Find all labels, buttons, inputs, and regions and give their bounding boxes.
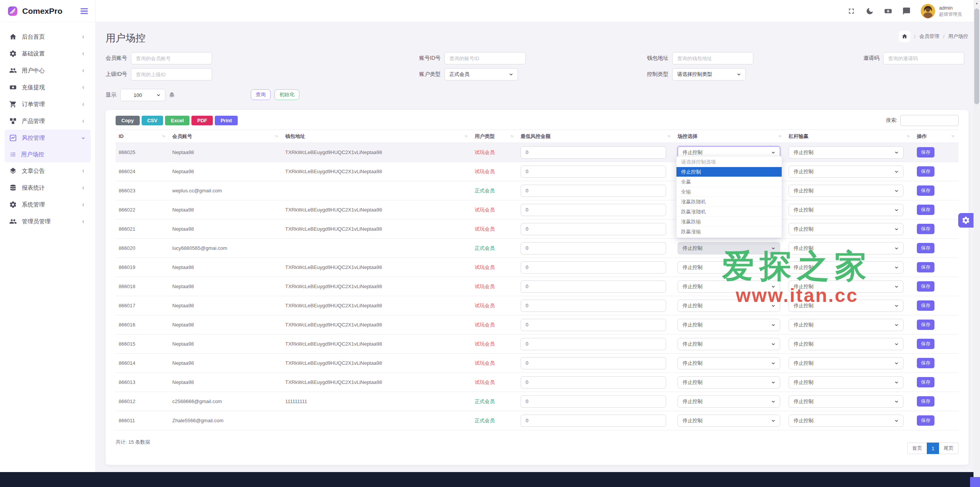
scrollbar-up-arrow[interactable]: ▲ bbox=[973, 0, 980, 7]
settings-fab[interactable] bbox=[958, 213, 973, 228]
dropdown-option[interactable]: 涨赢跌随机 bbox=[676, 197, 782, 207]
min-risk-input[interactable] bbox=[521, 242, 666, 254]
breadcrumb-item[interactable]: 会员管理 bbox=[919, 33, 939, 40]
min-risk-input[interactable] bbox=[521, 223, 666, 235]
field-control-select[interactable]: 停止控制 bbox=[678, 261, 780, 274]
lever-control-select[interactable]: 停止控制 bbox=[789, 223, 903, 235]
export-excel-button[interactable]: Excel bbox=[165, 116, 189, 125]
field-control-select[interactable]: 停止控制 bbox=[678, 319, 780, 331]
lever-control-select[interactable]: 停止控制 bbox=[789, 376, 903, 389]
dropdown-option[interactable]: 全输 bbox=[676, 187, 782, 197]
sidebar-subitem[interactable]: 用户场控 bbox=[5, 146, 91, 162]
sidebar-item-10[interactable]: 管理员管理 bbox=[5, 213, 91, 230]
search-input[interactable] bbox=[900, 115, 959, 126]
column-header[interactable]: 场控选择 bbox=[675, 130, 786, 143]
min-risk-input[interactable] bbox=[521, 357, 666, 369]
dropdown-option[interactable]: 跌赢涨随机 bbox=[676, 207, 782, 217]
save-button[interactable]: 保存 bbox=[917, 339, 934, 349]
save-button[interactable]: 保存 bbox=[917, 243, 934, 253]
sidebar-item-5[interactable]: 产品管理 bbox=[5, 113, 91, 130]
sidebar-item-0[interactable]: 后台首页 bbox=[5, 28, 91, 45]
field-control-select[interactable]: 停止控制 bbox=[678, 338, 780, 350]
sidebar-item-3[interactable]: 充值提现 bbox=[5, 79, 91, 96]
min-risk-input[interactable] bbox=[521, 415, 666, 427]
avatar[interactable] bbox=[921, 4, 935, 18]
min-risk-input[interactable] bbox=[521, 319, 666, 331]
sidebar-item-1[interactable]: 基础设置 bbox=[5, 45, 91, 62]
field-control-select[interactable]: 停止控制 bbox=[678, 242, 780, 254]
lever-control-select[interactable]: 停止控制 bbox=[789, 300, 903, 312]
sidebar-item-8[interactable]: 报表统计 bbox=[5, 179, 91, 196]
save-button[interactable]: 保存 bbox=[917, 147, 934, 157]
column-header[interactable]: 最低风控金额 bbox=[518, 130, 675, 143]
field-control-select[interactable]: 停止控制 bbox=[678, 357, 780, 369]
field-control-select[interactable]: 停止控制 bbox=[678, 415, 780, 427]
control-type-select[interactable]: 请选择控制类型 bbox=[672, 68, 746, 80]
lever-control-select[interactable]: 停止控制 bbox=[789, 415, 903, 427]
sidebar-item-2[interactable]: 用户中心 bbox=[5, 62, 91, 79]
save-button[interactable]: 保存 bbox=[917, 262, 934, 272]
pagination-current[interactable]: 1 bbox=[927, 443, 939, 454]
fullscreen-icon[interactable] bbox=[847, 7, 856, 15]
pagination-first[interactable]: 首页 bbox=[907, 443, 927, 454]
field-control-select[interactable]: 停止控制 bbox=[678, 280, 780, 293]
field-control-select[interactable]: 停止控制 bbox=[678, 395, 780, 408]
min-risk-input[interactable] bbox=[521, 146, 666, 159]
lever-control-select[interactable]: 停止控制 bbox=[789, 395, 903, 408]
breadcrumb-home-button[interactable] bbox=[899, 31, 910, 42]
lever-control-select[interactable]: 停止控制 bbox=[789, 185, 903, 197]
save-button[interactable]: 保存 bbox=[917, 320, 934, 330]
min-risk-input[interactable] bbox=[521, 166, 666, 178]
export-copy-button[interactable]: Copy bbox=[116, 116, 140, 125]
min-risk-input[interactable] bbox=[521, 261, 666, 274]
dropdown-option[interactable]: 请选择控制选项 bbox=[676, 157, 782, 167]
banknote-icon[interactable] bbox=[884, 7, 892, 15]
breadcrumb-item[interactable]: 用户场控 bbox=[948, 33, 968, 40]
save-button[interactable]: 保存 bbox=[917, 185, 934, 196]
min-risk-input[interactable] bbox=[521, 185, 666, 197]
dropdown-option[interactable]: 停止控制 bbox=[676, 167, 782, 177]
save-button[interactable]: 保存 bbox=[917, 224, 934, 234]
export-csv-button[interactable]: CSV bbox=[142, 116, 163, 125]
moon-icon[interactable] bbox=[866, 7, 874, 15]
account-type-select[interactable]: 正式会员 bbox=[444, 68, 518, 80]
column-header[interactable]: ID bbox=[116, 130, 169, 143]
reset-button[interactable]: 初始化 bbox=[274, 89, 299, 100]
min-risk-input[interactable] bbox=[521, 376, 666, 389]
lever-control-select[interactable]: 停止控制 bbox=[789, 357, 903, 369]
column-header[interactable]: 操作 bbox=[914, 130, 959, 143]
sidebar-item-9[interactable]: 系统管理 bbox=[5, 196, 91, 213]
lever-control-select[interactable]: 停止控制 bbox=[789, 261, 903, 274]
export-print-button[interactable]: Print bbox=[215, 116, 238, 125]
query-button[interactable]: 查询 bbox=[251, 89, 271, 100]
field-control-select[interactable]: 停止控制 bbox=[678, 376, 780, 389]
save-button[interactable]: 保存 bbox=[917, 377, 934, 387]
account-id-input[interactable] bbox=[444, 52, 526, 64]
save-button[interactable]: 保存 bbox=[917, 281, 934, 292]
wallet-input[interactable] bbox=[672, 52, 753, 64]
chat-icon[interactable] bbox=[902, 7, 911, 15]
sidebar-item-7[interactable]: 文章公告 bbox=[5, 162, 91, 179]
lever-control-select[interactable]: 停止控制 bbox=[789, 319, 903, 331]
lever-control-select[interactable]: 停止控制 bbox=[789, 146, 903, 159]
dropdown-option[interactable]: 跌赢涨输 bbox=[676, 227, 782, 237]
lever-control-select[interactable]: 停止控制 bbox=[789, 242, 903, 254]
dropdown-option[interactable]: 全赢 bbox=[676, 177, 782, 187]
save-button[interactable]: 保存 bbox=[917, 166, 934, 177]
save-button[interactable]: 保存 bbox=[917, 415, 934, 426]
column-header[interactable]: 会员账号 bbox=[169, 130, 282, 143]
save-button[interactable]: 保存 bbox=[917, 205, 934, 215]
admin-menu[interactable]: admin 超级管理员 bbox=[921, 4, 962, 18]
export-pdf-button[interactable]: PDF bbox=[191, 116, 213, 125]
lever-control-select[interactable]: 停止控制 bbox=[789, 204, 903, 216]
min-risk-input[interactable] bbox=[521, 280, 666, 293]
page-size-select[interactable]: 100 bbox=[120, 89, 165, 101]
save-button[interactable]: 保存 bbox=[917, 358, 934, 368]
field-control-select[interactable]: 停止控制 bbox=[678, 300, 780, 312]
min-risk-input[interactable] bbox=[521, 300, 666, 312]
min-risk-input[interactable] bbox=[521, 204, 666, 216]
scroll-corner-button[interactable] bbox=[970, 477, 980, 487]
sidebar-item-6[interactable]: 风控管理 bbox=[5, 130, 91, 146]
column-header[interactable]: 钱包地址 bbox=[282, 130, 472, 143]
pagination-last[interactable]: 尾页 bbox=[939, 443, 959, 454]
